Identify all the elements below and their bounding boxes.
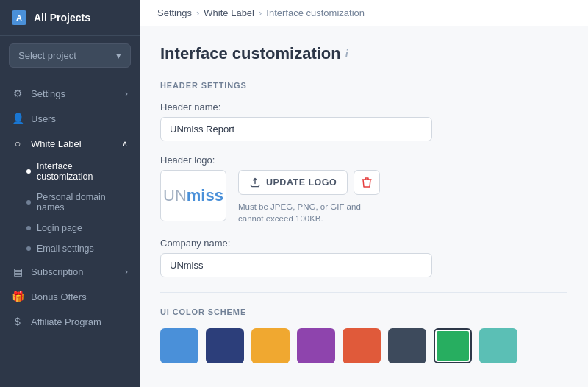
subnav-dot — [26, 169, 31, 174]
header-name-group: Header name: — [160, 102, 567, 141]
header-logo-label: Header logo: — [160, 155, 567, 166]
sidebar-item-affiliate-label: Affiliate Program — [31, 316, 128, 327]
update-logo-button[interactable]: UPDATE LOGO — [238, 170, 348, 195]
color-swatch-blue[interactable] — [160, 328, 198, 363]
sidebar-subitem-login-label: Login page — [37, 223, 82, 233]
header-name-input[interactable] — [160, 117, 432, 141]
breadcrumb-sep-2: › — [259, 7, 262, 18]
subnav-dot — [26, 200, 31, 205]
color-swatch-teal[interactable] — [479, 328, 517, 363]
section-divider — [160, 292, 567, 293]
sidebar-item-affiliate-program[interactable]: $ Affiliate Program — [0, 309, 140, 334]
subnav-dot — [26, 226, 31, 230]
chevron-right-icon: › — [125, 89, 128, 98]
info-icon: i — [345, 48, 348, 60]
sidebar-subitem-email-label: Email settings — [37, 244, 94, 254]
delete-logo-button[interactable] — [354, 170, 380, 195]
upload-icon — [249, 177, 261, 188]
sidebar-subitem-personal-domain[interactable]: Personal domain names — [0, 187, 140, 218]
breadcrumb-white-label[interactable]: White Label — [204, 7, 254, 18]
company-name-group: Company name: — [160, 238, 567, 277]
sidebar-item-white-label[interactable]: ○ White Label ∧ — [0, 131, 140, 156]
sidebar-item-bonus-label: Bonus Offers — [31, 291, 128, 302]
trash-icon — [362, 177, 372, 188]
chevron-up-icon: ∧ — [122, 139, 128, 149]
sidebar-nav: ⚙ Settings › 👤 Users ○ White Label ∧ Int… — [0, 75, 140, 387]
users-icon: 👤 — [12, 113, 24, 124]
logo-miss-text: miss — [187, 186, 223, 205]
color-swatch-purple[interactable] — [297, 328, 335, 363]
page-title: Interface customization i — [160, 44, 567, 63]
update-logo-label: UPDATE LOGO — [266, 177, 337, 188]
logo-buttons: UPDATE LOGO — [238, 170, 385, 195]
sidebar-item-white-label-label: White Label — [31, 138, 115, 149]
header-settings-title: HEADER SETTINGS — [160, 81, 567, 90]
breadcrumb: Settings › White Label › Interface custo… — [140, 0, 588, 26]
ui-color-scheme-section: UI COLOR SCHEME — [160, 308, 567, 363]
color-swatch-green[interactable] — [434, 328, 472, 363]
color-swatch-dark-gray[interactable] — [388, 328, 426, 363]
sidebar-subitem-interface-customization[interactable]: Interface customization — [0, 156, 140, 187]
main-content: Settings › White Label › Interface custo… — [140, 0, 588, 387]
page-body: Interface customization i HEADER SETTING… — [140, 26, 588, 381]
color-swatch-red-orange[interactable] — [343, 328, 381, 363]
breadcrumb-current: Interface customization — [266, 7, 365, 18]
white-label-icon: ○ — [12, 138, 24, 149]
affiliate-icon: $ — [12, 316, 24, 327]
subnav-dot — [26, 246, 31, 251]
company-name-input[interactable] — [160, 253, 432, 277]
sidebar-item-subscription[interactable]: ▤ Subscription › — [0, 259, 140, 284]
breadcrumb-sep-1: › — [196, 7, 199, 18]
sidebar-subitem-email-settings[interactable]: Email settings — [0, 238, 140, 259]
sidebar-item-users-label: Users — [31, 113, 128, 124]
app-icon: A — [12, 10, 26, 25]
breadcrumb-settings[interactable]: Settings — [157, 7, 192, 18]
select-project-label: Select project — [18, 50, 76, 61]
logo-preview: UNmiss — [160, 170, 226, 221]
app-title: All Projects — [34, 12, 90, 24]
sidebar-item-settings[interactable]: ⚙ Settings › — [0, 81, 140, 106]
sidebar-subitem-interface-label: Interface customization — [37, 161, 128, 182]
chevron-down-icon: ▾ — [116, 50, 121, 61]
sidebar-item-settings-label: Settings — [31, 88, 118, 99]
color-swatch-yellow[interactable] — [251, 328, 290, 363]
sidebar-subitem-login-page[interactable]: Login page — [0, 218, 140, 238]
select-project-dropdown[interactable]: Select project ▾ — [9, 43, 131, 68]
sidebar-item-subscription-label: Subscription — [31, 266, 118, 277]
sidebar-subitem-domain-label: Personal domain names — [37, 192, 128, 213]
color-scheme-title: UI COLOR SCHEME — [160, 308, 567, 316]
sidebar-item-bonus-offers[interactable]: 🎁 Bonus Offers — [0, 284, 140, 309]
header-settings-section: HEADER SETTINGS Header name: Header logo… — [160, 81, 567, 277]
company-name-label: Company name: — [160, 238, 567, 249]
color-swatch-dark-blue[interactable] — [206, 328, 244, 363]
sidebar: A All Projects Select project ▾ ⚙ Settin… — [0, 0, 140, 387]
header-name-label: Header name: — [160, 102, 567, 113]
subscription-icon: ▤ — [12, 266, 24, 277]
logo-area: UNmiss UPDATE LOGO — [160, 170, 567, 224]
sidebar-header: A All Projects — [0, 0, 140, 36]
logo-hint: Must be JPEG, PNG, or GIF and cannot exc… — [238, 201, 385, 224]
settings-icon: ⚙ — [12, 88, 24, 99]
color-swatches — [160, 328, 567, 363]
logo-un-text: UN — [163, 186, 187, 205]
sidebar-item-users[interactable]: 👤 Users — [0, 106, 140, 131]
logo-actions: UPDATE LOGO Must be JPEG, PNG, or GIF an… — [238, 170, 385, 224]
header-logo-group: Header logo: UNmiss UPDATE LOG — [160, 155, 567, 224]
chevron-right-icon: › — [125, 267, 128, 276]
bonus-offers-icon: 🎁 — [12, 291, 24, 302]
